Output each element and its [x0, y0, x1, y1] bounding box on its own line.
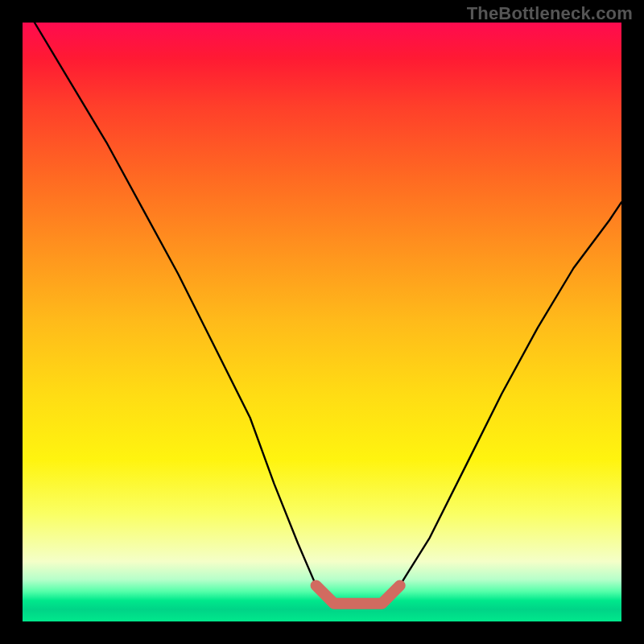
- plot-area: [23, 23, 621, 621]
- curve-layer: [23, 23, 621, 621]
- bottleneck-curve: [35, 23, 621, 604]
- chart-frame: TheBottleneck.com: [0, 0, 644, 644]
- trough-band: [316, 585, 400, 603]
- watermark-text: TheBottleneck.com: [467, 3, 633, 24]
